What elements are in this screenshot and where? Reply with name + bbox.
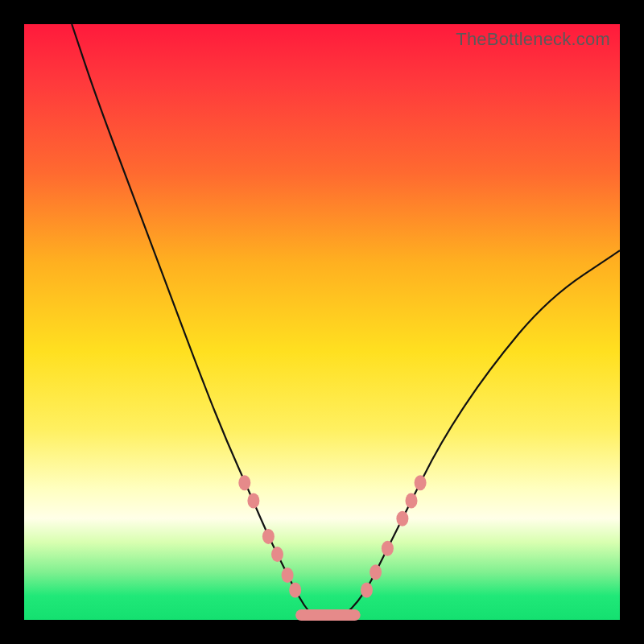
curve-svg [24, 24, 620, 620]
marker-dot [247, 493, 259, 509]
plot-area: TheBottleneck.com [24, 24, 620, 620]
marker-dot [382, 541, 394, 556]
marker-dot [262, 529, 275, 544]
chart-frame: TheBottleneck.com [0, 0, 644, 644]
marker-dot [406, 493, 418, 509]
marker-dot [361, 583, 373, 598]
bottleneck-curve [72, 24, 620, 620]
marker-dot [282, 568, 294, 583]
marker-dot [289, 583, 301, 598]
marker-dot [396, 511, 408, 526]
marker-dot [369, 564, 382, 580]
markers-left [238, 475, 301, 597]
marker-dot [415, 475, 427, 490]
marker-dot [271, 547, 283, 562]
marker-dot [238, 475, 250, 490]
